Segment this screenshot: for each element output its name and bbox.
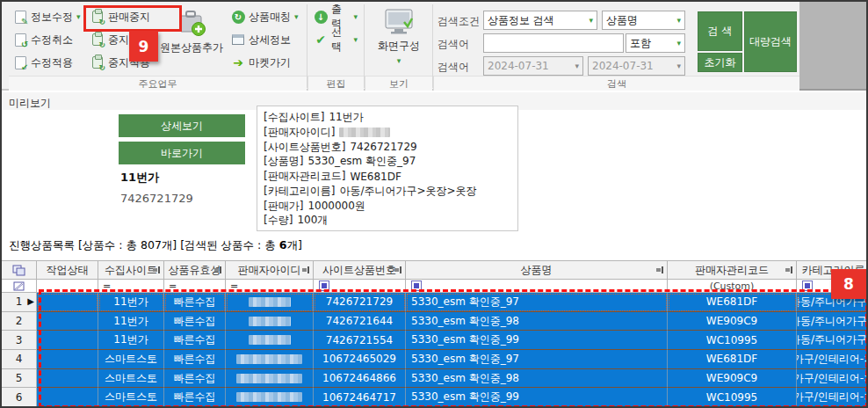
cell-validity[interactable]: 빠른수집	[164, 293, 226, 312]
cell-validity[interactable]: 빠른수집	[164, 388, 226, 407]
cell-site-no[interactable]: 10672464866	[314, 369, 406, 389]
table-row[interactable]: 2 11번가 빠른수집 7426721644 5330_esm 확인중_98 W…	[2, 312, 868, 332]
cell-validity[interactable]: 빠른수집	[164, 350, 226, 369]
cell-site[interactable]: 스마트스토	[98, 350, 164, 369]
go-market-button[interactable]: ➔ 마켓가기	[228, 52, 304, 73]
cell-name[interactable]: 5330_esm 확인중_99	[406, 331, 668, 350]
table-row[interactable]: 6 스마트스토 빠른수집 10672464717 5330_esm 확인중_99…	[2, 388, 868, 407]
cell-code[interactable]: WC10995	[668, 331, 797, 350]
cell-status[interactable]	[37, 388, 98, 407]
cell-site-no[interactable]: 10672465029	[314, 350, 406, 369]
cell-site-no[interactable]: 7426721729	[314, 293, 406, 312]
row-number-cell[interactable]: 5	[2, 369, 37, 389]
cell-seller-id[interactable]	[226, 312, 314, 332]
cell-validity[interactable]: 빠른수집	[164, 312, 226, 332]
column-header-name[interactable]: 상품명	[406, 260, 668, 280]
current-row-arrow-icon: ▶	[27, 296, 34, 306]
cell-name[interactable]: 5330_esm 확인중_97	[406, 350, 668, 369]
cell-site[interactable]: 스마트스토	[98, 388, 164, 407]
cell-seller-id[interactable]	[226, 293, 314, 312]
row-number-cell[interactable]: 6	[2, 388, 37, 407]
filter-cell-site-no[interactable]	[314, 280, 406, 293]
select-all-header-cell[interactable]	[2, 260, 37, 280]
table-row[interactable]: 5 스마트스토 빠른수집 10672464866 5330_esm 확인중_98…	[2, 369, 868, 389]
filter-cell-seller-id[interactable]: =	[226, 280, 314, 293]
cell-code[interactable]: WC10995	[668, 388, 797, 407]
cell-seller-id[interactable]	[226, 331, 314, 350]
cell-seller-id[interactable]	[226, 369, 314, 389]
row-number-cell[interactable]: 1▶	[2, 293, 37, 312]
column-header-site-no[interactable]: 사이트상품번호	[314, 260, 406, 280]
search-condition-value: 상품정보 검색	[488, 13, 554, 28]
detail-label: [사이트상품번호]	[264, 140, 345, 155]
edit-cancel-button[interactable]: ↺ 수정취소	[11, 29, 86, 50]
column-header-code[interactable]: 판매자관리코드	[668, 260, 797, 280]
cell-seller-id[interactable]	[226, 388, 314, 407]
filter-cell-name[interactable]	[406, 280, 668, 293]
cell-seller-id[interactable]	[226, 350, 314, 369]
screen-layout-button[interactable]: 화면구성 ▾	[370, 4, 428, 73]
search-condition-select[interactable]: 상품정보 검색 ▾	[483, 11, 597, 30]
cell-category[interactable]: 아동/주니어가구>	[797, 331, 868, 350]
bulk-search-button[interactable]: 대량검색	[744, 11, 797, 72]
cell-site-no[interactable]: 7426721644	[314, 312, 406, 332]
search-field-select[interactable]: 상품명 ▾	[602, 11, 685, 30]
cell-site[interactable]: 스마트스토	[98, 369, 164, 389]
detail-view-button[interactable]: 상세보기	[119, 114, 245, 137]
filter-cell-status[interactable]	[37, 280, 98, 293]
cell-status[interactable]	[37, 331, 98, 350]
select-button[interactable]: ✔ 선택 ▾	[311, 29, 360, 50]
cell-category[interactable]: 가구/인테리어->	[797, 369, 868, 389]
grid-corner-icon	[12, 265, 25, 276]
search-match-select[interactable]: 포함 ▾	[626, 33, 685, 53]
cell-name[interactable]: 5330_esm 확인중_98	[406, 369, 668, 389]
add-original-product-button[interactable]: 원본상품추가	[158, 4, 225, 73]
cell-site[interactable]: 11번가	[98, 293, 164, 312]
row-number-cell[interactable]: 4	[2, 350, 37, 369]
cell-category[interactable]: 가구/인테리어->	[797, 350, 868, 369]
cell-site[interactable]: 11번가	[98, 312, 164, 332]
cell-category[interactable]: 아동/주니어가구>	[797, 312, 868, 332]
column-header-status[interactable]: 작업상태	[37, 260, 98, 280]
cell-category[interactable]: 가구/인테리어->	[797, 388, 868, 407]
cell-validity[interactable]: 빠른수집	[164, 331, 226, 350]
table-row[interactable]: 3 11번가 빠른수집 7426721554 5330_esm 확인중_99 W…	[2, 331, 868, 350]
filter-corner-cell[interactable]	[2, 280, 37, 293]
cell-status[interactable]	[37, 293, 98, 312]
cell-code[interactable]: WE681DF	[668, 350, 797, 369]
product-match-button[interactable]: ↻ 상품매칭 ▾	[228, 6, 304, 27]
detail-info-button[interactable]: 상세정보	[228, 29, 304, 50]
row-number-cell[interactable]: 3	[2, 331, 37, 350]
column-header-validity[interactable]: 상품유효성	[164, 260, 226, 280]
filter-cell-site[interactable]: =	[98, 280, 164, 293]
date-to-select[interactable]: 2024-07-31 ▾	[588, 56, 685, 76]
search-keyword-input[interactable]	[483, 33, 624, 53]
edit-apply-button[interactable]: ✔ 수정적용	[11, 52, 86, 73]
shortcut-button[interactable]: 바로가기	[119, 142, 245, 164]
column-header-seller-id[interactable]: 판매자아이디	[226, 260, 314, 280]
filter-cell-validity[interactable]: =	[164, 280, 226, 293]
cell-name[interactable]: 5330_esm 확인중_98	[406, 312, 668, 332]
filter-cell-code[interactable]: (Custom)	[668, 280, 797, 293]
table-row[interactable]: 4 스마트스토 빠른수집 10672465029 5330_esm 확인중_97…	[2, 350, 868, 369]
cell-code[interactable]: WE909C9	[668, 369, 797, 389]
row-number-cell[interactable]: 2	[2, 312, 37, 332]
search-button[interactable]: 검 색	[698, 11, 742, 51]
table-row[interactable]: 1▶ 11번가 빠른수집 7426721729 5330_esm 확인중_97 …	[2, 293, 868, 312]
date-from-select[interactable]: 2024-07-31 ▾	[483, 56, 583, 76]
cell-validity[interactable]: 빠른수집	[164, 369, 226, 389]
cell-code[interactable]: WE681DF	[668, 293, 797, 312]
cell-status[interactable]	[37, 350, 98, 369]
info-edit-button[interactable]: ✎ 정보수정 ▾	[11, 6, 86, 27]
cell-site[interactable]: 11번가	[98, 331, 164, 350]
cell-site-no[interactable]: 7426721554	[314, 331, 406, 350]
reset-button[interactable]: 초기화	[698, 53, 742, 72]
cell-code[interactable]: WE909C9	[668, 312, 797, 332]
cell-status[interactable]	[37, 369, 98, 389]
cell-name[interactable]: 5330_esm 확인중_99	[406, 388, 668, 407]
cell-site-no[interactable]: 10672464717	[314, 388, 406, 407]
sale-stop-button[interactable]: ↻ 판매중지	[88, 6, 158, 27]
column-header-site[interactable]: 수집사이트	[98, 260, 164, 280]
cell-name[interactable]: 5330_esm 확인중_97	[406, 293, 668, 312]
cell-status[interactable]	[37, 312, 98, 332]
